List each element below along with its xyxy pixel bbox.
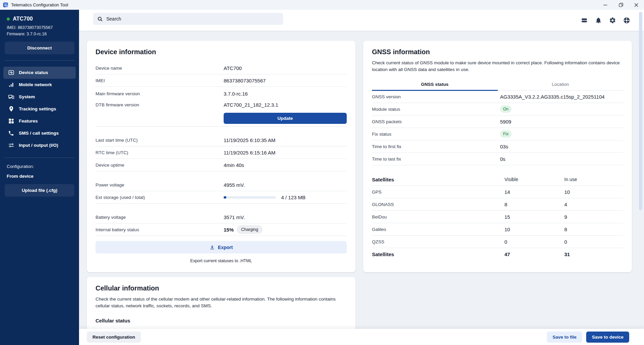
row-last-start-time: Last start time (UTC) 11/19/2025 6:10:35… [96, 134, 347, 146]
row-battery-voltage: Battery voltage 3571 mV. [96, 211, 347, 223]
row-time-to-first-fix: Time to first fix 03s [372, 140, 623, 153]
table-row-beidou: BeiDou 15 9 [372, 211, 623, 223]
row-device-uptime: Device uptime 4min 40s [96, 159, 347, 171]
titlebar: Telematics Configuration Tool [0, 0, 644, 10]
satellites-header-row: Satellites Visible In use [372, 173, 623, 186]
close-icon [634, 3, 638, 7]
configuration-label: Configuration: [0, 164, 79, 169]
sidebar-item-device-status[interactable]: Device status [3, 67, 76, 79]
save-to-device-button[interactable]: Save to device [586, 332, 629, 343]
storage-progress-fill [224, 196, 226, 199]
row-update: Update [96, 110, 347, 127]
table-row-glonass: GLONASS 8 4 [372, 198, 623, 211]
notifications-bell-icon[interactable] [595, 16, 602, 24]
fix-status-badge: Fix [500, 130, 512, 138]
minimize-icon [603, 3, 607, 7]
sidebar: ATC700 IMEI: 863738073075567 Firmware: 3… [0, 10, 79, 345]
table-row-satellites-total: Satellites 47 31 [372, 248, 623, 261]
sidebar-divider [5, 60, 74, 61]
gnss-information-card: GNSS information Check current status of… [363, 41, 632, 272]
storage-progress-bar [224, 196, 276, 199]
sidebar-item-features[interactable]: Features [3, 115, 76, 127]
card-title: Cellular information [96, 284, 347, 292]
search-box[interactable] [93, 13, 283, 25]
settings-gear-icon[interactable] [609, 16, 616, 24]
gnss-description: Check current status of GNSS module to m… [372, 60, 623, 73]
cellular-status-subheading: Cellular status [96, 318, 347, 323]
row-power-voltage: Power voltage 4955 mV. [96, 179, 347, 191]
configuration-source: From device [0, 174, 79, 179]
sidebar-item-label: SMS / call settings [19, 131, 59, 136]
sliders-icon [8, 142, 14, 149]
minimize-button[interactable] [598, 0, 613, 10]
device-information-card: Device information Device name ATC700 IM… [87, 41, 355, 272]
row-dtb-firmware: DTB firmware version ATC700_21_182_12.3.… [96, 99, 347, 110]
sidebar-item-tracking-settings[interactable]: Tracking settings [3, 103, 76, 115]
sidebar-item-label: Input / output (I/O) [19, 143, 58, 148]
activity-icon [8, 69, 14, 76]
row-main-firmware: Main firmware version 3.7.0-rc.16 [96, 88, 347, 99]
sidebar-item-input-output[interactable]: Input / output (I/O) [3, 139, 76, 151]
cellular-description: Check the current status of the cellular… [96, 296, 347, 309]
row-gnss-version: GNSS version AG3335A_V3.2.2.AG3335.c15sp… [372, 91, 623, 103]
satellites-table: Satellites Visible In use GPS 14 10 GLON… [372, 173, 623, 261]
window-title: Telematics Configuration Tool [11, 2, 68, 7]
row-imei: IMEI 863738073075567 [96, 74, 347, 87]
sidebar-item-system[interactable]: System [3, 91, 76, 103]
sidebar-item-label: Device status [19, 70, 48, 75]
row-internal-battery: Internal battery status 15% Charging [96, 223, 347, 236]
shapes-grid-icon [8, 118, 14, 125]
save-to-file-button[interactable]: Save to file [547, 332, 582, 343]
download-icon [210, 245, 215, 250]
location-pin-icon [8, 106, 14, 112]
signal-bars-icon [8, 81, 14, 88]
search-input[interactable] [106, 16, 268, 22]
device-firmware: Firmware: 3.7.0-rc.16 [7, 31, 72, 37]
tab-location[interactable]: Location [498, 79, 623, 90]
table-row-gps: GPS 14 10 [372, 186, 623, 198]
export-caption: Export current statuses to .HTML [96, 258, 347, 263]
restore-icon [619, 3, 623, 7]
sidebar-item-sms-call-settings[interactable]: SMS / call settings [3, 127, 76, 139]
support-icon[interactable] [623, 16, 630, 24]
app-icon [3, 2, 8, 8]
update-button[interactable]: Update [224, 113, 347, 124]
sidebar-divider [5, 158, 74, 158]
row-device-name: Device name ATC700 [96, 62, 347, 74]
row-time-to-last-fix: Time to last fix 0s [372, 153, 623, 165]
reset-configuration-button[interactable]: Reset configuration [87, 332, 141, 343]
footer-bar: Reset configuration Save to file Save to… [79, 329, 644, 345]
table-row-galileo: Galileo 10 8 [372, 223, 623, 236]
sidebar-item-label: System [19, 94, 35, 99]
gnss-tabs: GNSS status Location [372, 79, 623, 91]
row-ext-storage: Ext storage (used / total) 4 / 123 MB [96, 191, 347, 204]
card-title: GNSS information [372, 48, 623, 56]
table-row-qzss: QZSS 0 0 [372, 236, 623, 248]
tab-gnss-status[interactable]: GNSS status [372, 79, 498, 91]
row-fix-status: Fix status Fix [372, 128, 623, 140]
disconnect-button[interactable]: Disconnect [5, 42, 74, 54]
phone-icon [8, 130, 14, 137]
sidebar-item-label: Tracking settings [19, 106, 56, 111]
card-title: Device information [96, 48, 347, 56]
search-icon [97, 16, 103, 22]
device-imei: IMEI: 863738073075567 [7, 25, 72, 31]
upload-file-button[interactable]: Upload file (.cfg) [5, 184, 74, 197]
sidebar-nav: Device status Mobile network System Trac… [0, 67, 79, 151]
sidebar-item-mobile-network[interactable]: Mobile network [3, 79, 76, 91]
row-rtc-time: RTC time (UTC) 11/19/2025 6:15:16 AM [96, 146, 347, 159]
restore-button[interactable] [613, 0, 629, 10]
sidebar-item-label: Mobile network [19, 82, 52, 87]
export-button[interactable]: Export [96, 241, 347, 253]
row-gnss-packets: GNSS packets 5909 [372, 115, 623, 128]
module-status-badge: On [500, 105, 512, 113]
row-module-status: Module status On [372, 103, 623, 115]
close-button[interactable] [629, 0, 644, 10]
sidebar-item-label: Features [19, 118, 38, 124]
connected-device-name: ATC700 [13, 16, 33, 22]
devices-icon [8, 94, 14, 100]
vertical-scrollbar[interactable] [639, 12, 642, 210]
charging-badge: Charging [237, 226, 262, 234]
panels-icon[interactable] [580, 16, 588, 24]
connection-status-dot [7, 18, 10, 21]
